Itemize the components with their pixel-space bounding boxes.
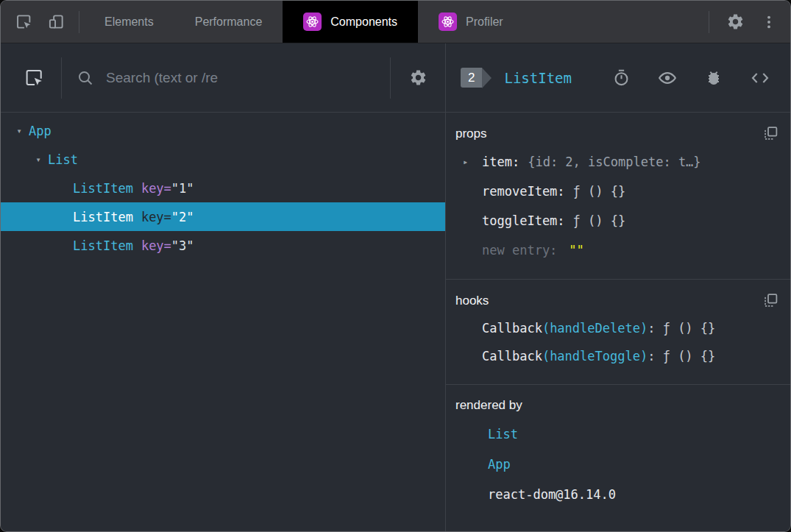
search-icon <box>77 69 94 87</box>
inspected-element-panel: 2 ListItem <box>446 43 790 531</box>
kebab-menu-icon[interactable] <box>756 10 781 35</box>
tab-components[interactable]: Components <box>283 1 418 43</box>
rendered-by-section: rendered by List App react-dom@16.14.0 <box>446 385 790 531</box>
tree-row-listitem-1[interactable]: ListItemkey="1" <box>1 174 445 202</box>
inspected-element-actions <box>609 65 773 91</box>
device-toolbar-icon[interactable] <box>43 10 68 35</box>
search-bar <box>77 69 375 87</box>
inspect-dom-eye-icon[interactable] <box>655 65 680 91</box>
props-section-header: props <box>455 126 778 141</box>
component-tree-panel: ▾App ▾List ListItemkey="1" ListItemkey="… <box>1 43 446 531</box>
key-value: "2" <box>171 210 194 224</box>
component-name: ListItem <box>73 210 133 224</box>
prop-value: ƒ () {} <box>573 184 626 199</box>
copy-icon[interactable] <box>763 126 778 141</box>
divider <box>709 11 709 33</box>
hook-value: : ƒ () {} <box>648 321 715 336</box>
props-list: ▸ item: {id: 2, isComplete: t…} removeIt… <box>455 147 778 265</box>
tree-settings-gear-icon[interactable] <box>405 65 430 91</box>
chevron-down-icon[interactable]: ▾ <box>10 126 29 136</box>
hook-name: (handleToggle) <box>542 349 648 363</box>
tab-label: Profiler <box>466 15 503 29</box>
tab-bar-left-icons <box>1 1 74 43</box>
tab-elements[interactable]: Elements <box>84 1 174 43</box>
select-component-icon[interactable] <box>21 65 46 91</box>
react-logo-icon <box>303 13 322 31</box>
hook-row-handledelete[interactable]: Callback(handleDelete): ƒ () {} <box>455 314 778 342</box>
component-name: List <box>48 152 78 167</box>
key-value: "1" <box>171 181 194 196</box>
hook-value: : ƒ () {} <box>648 349 715 363</box>
key-badge: 2 <box>461 68 492 88</box>
inspect-element-icon[interactable] <box>11 10 36 35</box>
new-entry-label: new entry: <box>482 243 557 258</box>
tab-performance[interactable]: Performance <box>174 1 283 43</box>
devtools-tabs: Elements Performance Components <box>84 1 524 43</box>
prop-name: toggleItem: <box>482 213 565 228</box>
chevron-right-icon[interactable]: ▸ <box>463 157 468 167</box>
hooks-section-header: hooks <box>455 293 778 308</box>
key-attribute: key= <box>141 181 171 196</box>
tree-row-listitem-2-selected[interactable]: ListItemkey="2" <box>1 202 445 231</box>
key-attribute: key= <box>141 210 171 224</box>
tree-row-listitem-3[interactable]: ListItemkey="3" <box>1 231 445 260</box>
key-value: "3" <box>171 238 194 253</box>
prop-row-toggleitem[interactable]: toggleItem: ƒ () {} <box>455 206 778 235</box>
prop-value: ƒ () {} <box>573 213 626 228</box>
tab-bar-right-controls <box>704 1 790 43</box>
search-input[interactable] <box>104 69 375 87</box>
props-section: props ▸ item: {id: 2, isComplete: t…} <box>446 113 790 280</box>
components-panel: ▾App ▾List ListItemkey="1" ListItemkey="… <box>1 43 790 531</box>
rendered-by-renderer-version: react-dom@16.14.0 <box>455 479 778 509</box>
suspend-stopwatch-icon[interactable] <box>609 65 634 91</box>
settings-gear-icon[interactable] <box>723 10 748 35</box>
selected-component-title: ListItem <box>504 70 609 86</box>
rendered-by-owner-app[interactable]: App <box>455 449 778 479</box>
inspected-element-header: 2 ListItem <box>446 43 790 113</box>
hook-type: Callback <box>482 321 542 336</box>
tree-toolbar <box>1 43 445 113</box>
react-logo-icon <box>439 13 457 31</box>
prop-value: {id: 2, isComplete: t…} <box>528 155 700 169</box>
prop-name: item: <box>482 155 519 169</box>
section-title: hooks <box>455 294 489 308</box>
devtools-tab-bar: Elements Performance Components <box>1 1 790 43</box>
key-attribute: key= <box>141 238 171 253</box>
view-source-code-icon[interactable] <box>748 65 773 91</box>
tree-row-app[interactable]: ▾App <box>1 116 445 145</box>
hook-type: Callback <box>482 349 542 363</box>
component-name: ListItem <box>73 181 133 196</box>
hooks-section: hooks Callback(handleDelete): ƒ () {} Ca… <box>446 280 790 385</box>
key-badge-pointer <box>482 68 492 88</box>
divider <box>79 11 79 33</box>
component-tree: ▾App ▾List ListItemkey="1" ListItemkey="… <box>1 113 445 531</box>
key-badge-value: 2 <box>461 68 482 88</box>
prop-row-new-entry[interactable]: new entry: "" <box>455 235 778 265</box>
rendered-by-list: List App react-dom@16.14.0 <box>455 419 778 509</box>
tab-label: Elements <box>104 15 154 29</box>
debug-bug-icon[interactable] <box>701 65 726 91</box>
section-title: props <box>455 127 487 141</box>
divider <box>61 57 62 99</box>
copy-icon[interactable] <box>763 293 778 308</box>
tab-profiler[interactable]: Profiler <box>418 1 524 43</box>
tab-label: Components <box>330 15 397 29</box>
prop-row-item[interactable]: ▸ item: {id: 2, isComplete: t…} <box>455 147 778 177</box>
prop-row-removeitem[interactable]: removeItem: ƒ () {} <box>455 177 778 206</box>
hooks-list: Callback(handleDelete): ƒ () {} Callback… <box>455 314 778 370</box>
rendered-by-header: rendered by <box>455 398 778 413</box>
chevron-down-icon[interactable]: ▾ <box>29 155 48 165</box>
new-entry-value-input[interactable]: "" <box>569 243 584 258</box>
section-title: rendered by <box>455 398 522 413</box>
prop-name: removeItem: <box>482 184 565 199</box>
hook-name: (handleDelete) <box>542 321 648 336</box>
rendered-by-owner-list[interactable]: List <box>455 419 778 449</box>
divider <box>390 57 391 99</box>
component-name: ListItem <box>73 238 133 253</box>
hook-row-handletoggle[interactable]: Callback(handleToggle): ƒ () {} <box>455 342 778 370</box>
react-devtools-window: Elements Performance Components <box>0 0 791 532</box>
tab-label: Performance <box>195 15 263 29</box>
component-name: App <box>29 124 52 138</box>
tree-row-list[interactable]: ▾List <box>1 145 445 174</box>
